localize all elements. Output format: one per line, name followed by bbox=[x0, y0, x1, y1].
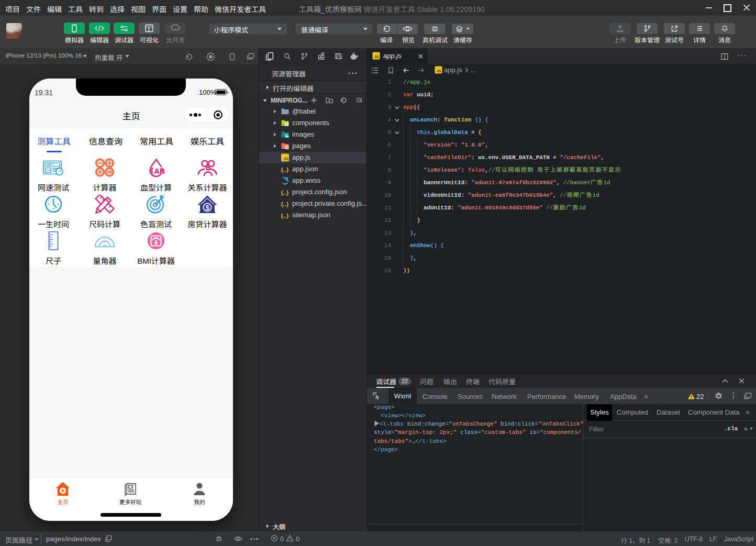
svg-text:<>: <> bbox=[285, 146, 288, 149]
svg-text:{..}: {..} bbox=[281, 213, 289, 219]
svg-text:$: $ bbox=[205, 204, 209, 211]
svg-text:AB: AB bbox=[154, 167, 165, 175]
svg-text:JS: JS bbox=[437, 69, 441, 73]
svg-text:{..}: {..} bbox=[281, 201, 289, 207]
svg-text:JS: JS bbox=[374, 55, 379, 59]
svg-text:{..}: {..} bbox=[281, 190, 289, 196]
svg-text:{..}: {..} bbox=[281, 166, 289, 173]
svg-text:JS: JS bbox=[284, 157, 288, 161]
